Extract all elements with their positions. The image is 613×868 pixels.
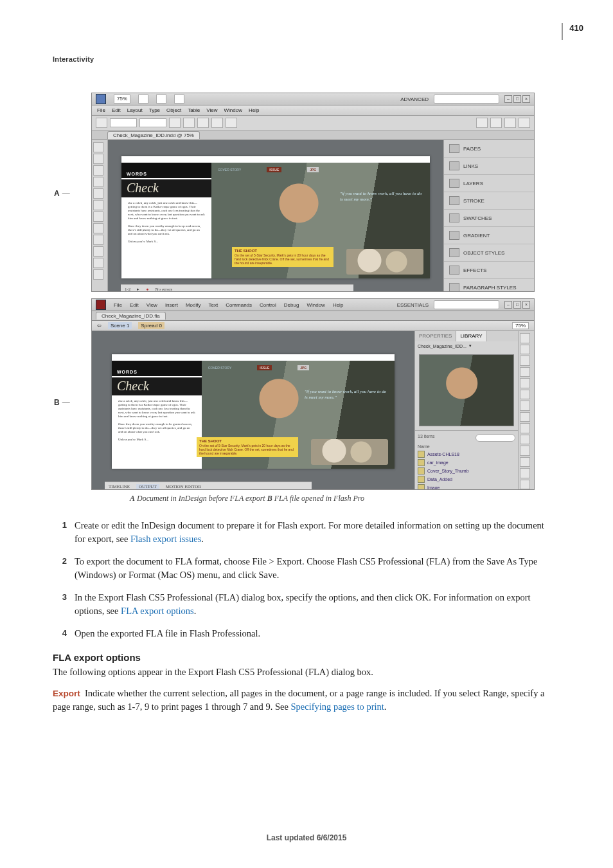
tool-icon[interactable] [520,345,530,355]
tool-icon[interactable] [520,435,530,445]
panel-item[interactable]: PARAGRAPH STYLES [444,279,534,292]
panel-item[interactable]: SWATCHES [444,210,534,227]
screen-mode-icon[interactable] [156,95,166,104]
control-icon[interactable] [169,118,181,128]
control-icon[interactable] [519,118,530,128]
menu-item[interactable]: Debug [284,302,299,308]
tool-icon[interactable] [93,200,103,210]
tool-icon[interactable] [93,212,103,222]
menu-item[interactable]: Edit [112,107,121,113]
tool-icon[interactable] [93,165,103,176]
tool-icon[interactable] [93,258,103,268]
tool-icon[interactable] [93,269,103,280]
tool-icon[interactable] [93,246,103,257]
panel-item[interactable]: OBJECT STYLES [444,244,534,262]
control-icon[interactable] [226,118,237,128]
tool-icon[interactable] [520,468,530,478]
menu-item[interactable]: Commands [226,302,252,308]
zoom-field[interactable]: 75% [512,322,529,329]
panel-tab[interactable]: LIBRARY [456,331,486,341]
scene-crumb[interactable]: Scene 1 [108,322,132,329]
menu-item[interactable]: Insert [165,302,178,308]
menu-item[interactable]: Window [306,302,324,308]
menu-item[interactable]: Help [249,107,259,113]
tool-icon[interactable] [93,154,103,164]
search-input[interactable] [434,95,499,104]
tool-icon[interactable] [520,423,530,433]
tool-icon[interactable] [93,223,103,233]
link-flash-export-issues[interactable]: Flash export issues [130,534,201,544]
document-tab[interactable]: Check_Magazine_IDD.indd @ 75% [107,131,200,139]
control-icon[interactable] [476,118,488,128]
library-search[interactable] [475,434,515,442]
menu-item[interactable]: Help [333,302,343,308]
control-field[interactable] [110,118,137,127]
menu-item[interactable]: Type [149,107,160,113]
menu-item[interactable]: Window [224,107,242,113]
document-tab[interactable]: Check_Magazine_IDD.fla [96,312,166,320]
tool-icon[interactable] [520,367,530,377]
canvas[interactable]: WORDS Check COVER STORY ISSUE JPG "if yo… [92,331,414,490]
menu-item[interactable]: File [97,107,105,113]
control-icon[interactable] [504,118,516,128]
tool-icon[interactable] [520,378,530,388]
panel-item[interactable]: EFFECTS [444,262,534,279]
library-item[interactable]: Data_Added [418,475,515,484]
link-fla-export-options[interactable]: FLA export options [121,606,194,616]
menu-item[interactable]: View [206,107,217,113]
menu-item[interactable]: Modify [186,302,201,308]
tool-icon[interactable] [520,390,530,400]
search-input[interactable] [434,300,499,309]
menu-item[interactable]: File [114,302,122,308]
menu-item[interactable]: Control [260,302,276,308]
timeline-tab[interactable]: MOTION EDITOR [166,484,201,489]
library-item[interactable]: Image [418,484,515,490]
control-icon[interactable] [197,118,209,128]
tool-icon[interactable] [93,177,103,187]
preflight-status[interactable]: ● [146,287,148,292]
library-item[interactable]: car_image [418,458,515,467]
library-item[interactable]: Cover_Story_Thumb [418,467,515,475]
timeline-tab[interactable]: OUTPUT [136,484,159,489]
menu-item[interactable]: View [147,302,157,308]
panel-item[interactable]: LAYERS [444,175,534,192]
tool-icon[interactable] [520,401,530,411]
zoom-field[interactable]: 75% [114,95,130,104]
tool-icon[interactable] [520,333,530,343]
workspace-switcher[interactable]: ADVANCED [400,96,429,102]
tool-icon[interactable] [520,480,530,490]
view-mode-icon[interactable] [138,95,148,104]
link-specifying-pages-to-print[interactable]: Specifying pages to print [290,701,384,712]
control-icon[interactable] [211,118,223,128]
tool-icon[interactable] [520,356,530,366]
library-item[interactable]: Assets-CHLS18 [418,450,515,458]
control-field[interactable] [139,118,166,127]
timeline-tab[interactable]: TIMELINE [109,484,130,489]
menu-item[interactable]: Edit [130,302,139,308]
control-icon[interactable] [183,118,195,128]
tool-icon[interactable] [520,446,530,456]
panel-item[interactable]: STROKE [444,192,534,210]
library-name-header[interactable]: Name [418,444,430,449]
workspace-switcher[interactable]: ESSENTIALS [397,302,429,308]
menu-item[interactable]: Layout [127,107,143,113]
control-icon[interactable] [490,118,502,128]
window-controls[interactable]: –□× [504,95,530,103]
tool-icon[interactable] [93,235,103,245]
panel-item[interactable]: GRADIENT [444,227,534,244]
page-indicator[interactable]: 1-2 [125,287,130,292]
panel-tab[interactable]: PROPERTIES [415,331,456,341]
panel-item[interactable]: PAGES [444,140,534,158]
tool-icon[interactable] [93,142,103,152]
symbol-crumb[interactable]: Spread 0 [138,322,164,329]
control-icon[interactable] [96,118,107,128]
panel-item[interactable]: LINKS [444,158,534,175]
menu-item[interactable]: Text [208,302,218,308]
window-controls[interactable]: –□× [504,301,530,309]
arrange-icon[interactable] [174,95,184,104]
library-doc-select[interactable]: Check_Magazine_IDD...▾ [415,341,518,350]
menu-item[interactable]: Object [166,107,181,113]
tool-icon[interactable] [93,188,103,199]
menu-item[interactable]: Table [188,107,200,113]
tool-icon[interactable] [520,457,530,467]
